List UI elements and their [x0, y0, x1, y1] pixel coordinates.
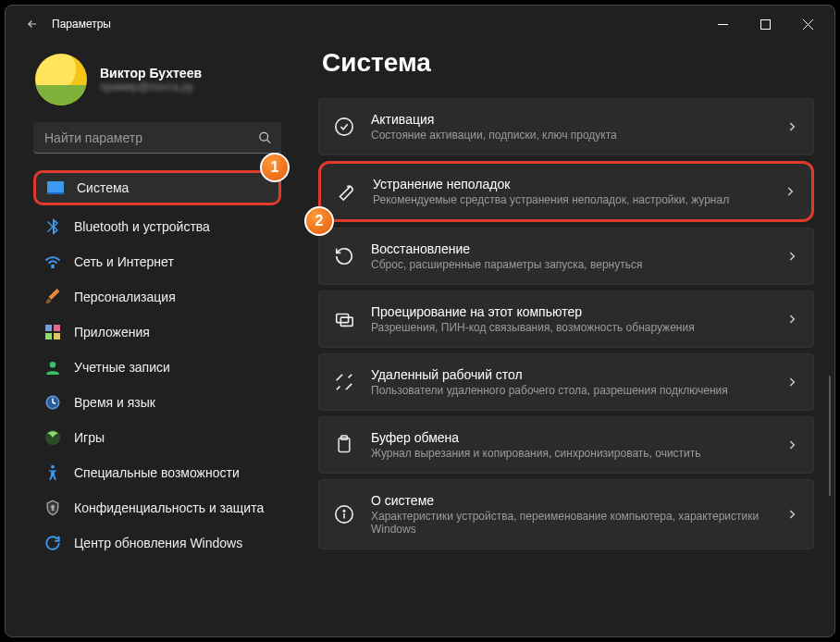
card-activation[interactable]: Активация Состояние активации, подписки,…	[318, 98, 814, 155]
wrench-icon	[336, 181, 356, 202]
card-title: Удаленный рабочий стол	[371, 367, 769, 382]
main-panel: Система Активация Состояние активации, п…	[292, 43, 834, 636]
svg-point-2	[260, 132, 268, 141]
sidebar-item-label: Специальные возможности	[74, 465, 240, 480]
scrollbar[interactable]	[829, 376, 831, 496]
svg-point-13	[51, 465, 55, 469]
settings-window: Параметры Виктор Бухтеев пример@почта.ру	[5, 5, 835, 637]
sidebar-item-personalization[interactable]: Персонализация	[33, 279, 281, 315]
update-icon	[44, 535, 61, 551]
chevron-right-icon	[785, 313, 798, 326]
chevron-right-icon	[784, 185, 797, 198]
card-subtitle: Состояние активации, подписки, ключ прод…	[371, 129, 769, 142]
svg-point-5	[52, 266, 54, 268]
card-remote-desktop[interactable]: Удаленный рабочий стол Пользователи удал…	[318, 353, 814, 411]
sidebar-item-label: Учетные записи	[74, 360, 170, 375]
svg-rect-4	[47, 192, 64, 194]
nav-list: Система 1 Bluetooth и устройства Сеть и …	[33, 170, 281, 561]
sidebar-item-label: Сеть и Интернет	[74, 254, 174, 269]
card-title: Буфер обмена	[371, 430, 769, 445]
callout-one: 1	[260, 153, 290, 182]
sidebar-item-windows-update[interactable]: Центр обновления Windows	[33, 525, 281, 561]
card-recovery[interactable]: Восстановление Сброс, расширенные параме…	[318, 228, 814, 285]
sidebar-item-label: Bluetooth и устройства	[74, 219, 210, 234]
card-title: Проецирование на этот компьютер	[371, 304, 769, 319]
sidebar-item-label: Конфиденциальность и защита	[74, 500, 264, 515]
svg-point-16	[336, 118, 352, 135]
svg-rect-0	[718, 24, 728, 25]
sidebar-item-label: Приложения	[74, 325, 150, 340]
sidebar-item-label: Персонализация	[74, 290, 176, 304]
card-title: Устранение неполадок	[373, 177, 767, 191]
sidebar-item-gaming[interactable]: Игры	[33, 420, 281, 455]
remote-icon	[334, 372, 354, 392]
sidebar-item-accounts[interactable]: Учетные записи	[33, 350, 281, 385]
chevron-right-icon	[785, 438, 798, 451]
clock-globe-icon	[44, 394, 61, 411]
titlebar: Параметры	[6, 6, 834, 43]
chevron-right-icon	[785, 508, 798, 521]
sidebar-item-network[interactable]: Сеть и Интернет	[33, 244, 281, 279]
card-subtitle: Журнал вырезания и копирования, синхрони…	[371, 447, 769, 460]
svg-rect-3	[47, 181, 64, 192]
accessibility-icon	[44, 464, 61, 481]
maximize-button[interactable]	[744, 9, 786, 39]
card-subtitle: Характеристики устройства, переименовани…	[371, 510, 769, 536]
sidebar-item-privacy[interactable]: Конфиденциальность и защита	[33, 490, 281, 525]
system-icon	[47, 179, 64, 196]
card-title: Восстановление	[371, 241, 769, 256]
sidebar-item-time-language[interactable]: Время и язык	[33, 385, 281, 420]
recovery-icon	[334, 246, 354, 266]
card-projecting[interactable]: Проецирование на этот компьютер Разрешен…	[318, 290, 814, 348]
page-title: Система	[322, 48, 814, 78]
svg-rect-18	[340, 317, 352, 326]
sidebar-item-label: Система	[77, 180, 129, 195]
chevron-right-icon	[785, 376, 798, 389]
callout-two: 2	[304, 206, 334, 236]
card-title: О системе	[371, 493, 769, 508]
svg-rect-15	[52, 507, 53, 510]
window-controls	[701, 9, 829, 39]
content-area: Виктор Бухтеев пример@почта.ру Система 1	[6, 43, 834, 636]
sidebar-item-label: Центр обновления Windows	[74, 536, 242, 550]
close-button[interactable]	[786, 9, 829, 39]
svg-rect-7	[54, 325, 60, 331]
svg-rect-17	[337, 315, 349, 323]
svg-rect-1	[760, 19, 770, 29]
svg-point-22	[343, 511, 344, 512]
card-about[interactable]: О системе Характеристики устройства, пер…	[318, 479, 814, 549]
svg-rect-9	[54, 333, 60, 340]
card-troubleshoot[interactable]: Устранение неполадок Рекомендуемые средс…	[318, 161, 814, 222]
avatar	[35, 54, 87, 105]
sidebar-item-label: Игры	[74, 430, 105, 445]
profile-email: пример@почта.ру	[100, 80, 202, 93]
card-clipboard[interactable]: Буфер обмена Журнал вырезания и копирова…	[318, 416, 814, 474]
person-icon	[44, 359, 61, 376]
wifi-icon	[44, 253, 61, 270]
checkmark-icon	[334, 117, 354, 137]
search-input[interactable]	[33, 122, 281, 154]
clipboard-icon	[334, 435, 354, 455]
card-subtitle: Пользователи удаленного рабочего стола, …	[371, 384, 769, 397]
info-icon	[334, 504, 354, 525]
shield-icon	[44, 500, 61, 516]
project-icon	[334, 309, 354, 329]
chevron-right-icon	[785, 250, 798, 263]
sidebar-item-bluetooth[interactable]: Bluetooth и устройства	[33, 209, 281, 244]
apps-icon	[44, 324, 61, 340]
sidebar-item-system[interactable]: Система 1	[33, 170, 281, 205]
sidebar-item-apps[interactable]: Приложения	[33, 315, 281, 350]
minimize-button[interactable]	[701, 9, 744, 39]
search-container	[33, 122, 281, 154]
back-button[interactable]	[19, 10, 46, 38]
card-subtitle: Разрешения, ПИН-код связывания, возможно…	[371, 321, 769, 334]
sidebar-item-accessibility[interactable]: Специальные возможности	[33, 455, 281, 490]
chevron-right-icon	[785, 120, 798, 133]
card-subtitle: Рекомендуемые средства устранения непола…	[373, 193, 767, 206]
profile-block[interactable]: Виктор Бухтеев пример@почта.ру	[33, 48, 281, 120]
card-subtitle: Сброс, расширенные параметры запуска, ве…	[371, 258, 769, 271]
svg-point-10	[50, 362, 56, 368]
sidebar-item-label: Время и язык	[74, 395, 155, 410]
svg-rect-8	[45, 333, 52, 340]
svg-rect-6	[45, 325, 52, 331]
